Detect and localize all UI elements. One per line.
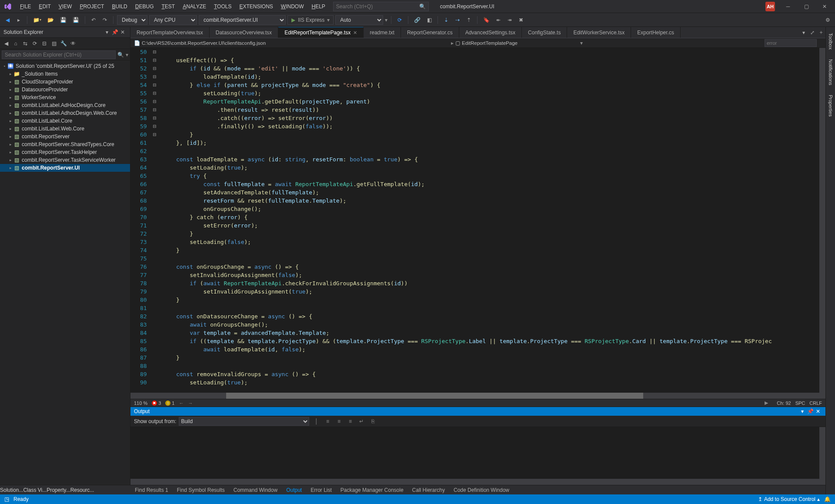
close-button[interactable]: ✕: [816, 0, 833, 13]
editor-tab[interactable]: EditWorkerService.tsx: [567, 27, 631, 38]
nav-next-icon[interactable]: →: [188, 401, 193, 406]
menu-extensions[interactable]: EXTENSIONS: [236, 2, 276, 11]
zoom-level[interactable]: 110 %: [134, 401, 147, 406]
warning-count[interactable]: !1: [165, 401, 174, 406]
menu-tools[interactable]: TOOLS: [210, 2, 235, 11]
startup-project-dropdown[interactable]: combit.ReportServer.UI: [199, 15, 286, 25]
menu-test[interactable]: TEST: [158, 2, 178, 11]
notifications-icon[interactable]: 🔔: [824, 496, 831, 502]
output-vertical-scrollbar[interactable]: [819, 427, 825, 479]
step-over-button[interactable]: ⇢: [453, 15, 462, 25]
panel-close-icon[interactable]: ✕: [119, 29, 127, 35]
tab-fullscreen-icon[interactable]: ⤢: [808, 27, 817, 38]
breadcrumb-path[interactable]: 📄 C:\dev\RS26\combit.ReportServer.UI\cli…: [130, 38, 269, 47]
tree-node[interactable]: ▸▧combit.ReportServer.UI: [0, 164, 130, 172]
tree-node[interactable]: ▸▧combit.ReportServer.TaskHelper: [0, 148, 130, 156]
tree-node[interactable]: ▸▧combit.ReportServer.SharedTypes.Core: [0, 140, 130, 148]
save-button[interactable]: 💾: [58, 15, 69, 25]
output-clear-icon[interactable]: ≡: [346, 417, 354, 426]
nav-back-button[interactable]: ◀: [3, 15, 12, 25]
save-all-button[interactable]: 💾: [70, 15, 81, 25]
tree-node[interactable]: ▸▧WorkerService: [0, 93, 130, 101]
menu-build[interactable]: BUILD: [108, 2, 130, 11]
window-tab[interactable]: Find Results 1: [130, 485, 173, 494]
tab-add-icon[interactable]: ＋: [817, 27, 825, 38]
editor-tab[interactable]: ConfigState.ts: [522, 27, 567, 38]
fold-gutter[interactable]: ⊟⊟ ⊟ ⊟ ⊟ ⊟ ⊟ ⊟ ⊟ ⊟ ⊟: [150, 48, 159, 393]
bookmark-clear-icon[interactable]: ✖: [516, 15, 526, 25]
code-content[interactable]: useEffect(() => { if (id && (mode === 'e…: [159, 48, 819, 393]
se-refresh-button[interactable]: ⟳: [30, 39, 39, 48]
solution-root[interactable]: ▪🛄Solution 'combit.ReportServer.UI' (25 …: [0, 62, 130, 70]
solution-explorer-tree[interactable]: ▪🛄Solution 'combit.ReportServer.UI' (25 …: [0, 60, 130, 488]
se-sync-button[interactable]: ⇆: [21, 39, 30, 48]
output-source-dropdown[interactable]: Build: [179, 417, 309, 426]
menu-project[interactable]: PROJECT: [76, 2, 107, 11]
se-back-button[interactable]: ◀: [2, 39, 10, 48]
editor-tab[interactable]: ReportTemplateOverview.tsx: [130, 27, 210, 38]
menu-view[interactable]: VIEW: [55, 2, 76, 11]
tree-node[interactable]: ▸▧DatasourceProvider: [0, 86, 130, 93]
output-close-icon[interactable]: ✕: [814, 408, 822, 414]
eol-mode[interactable]: CRLF: [809, 401, 822, 406]
tab-overflow-icon[interactable]: ▾: [799, 27, 808, 38]
editor-horizontal-scrollbar[interactable]: [130, 393, 825, 399]
live-share-button[interactable]: ⚙: [823, 15, 832, 25]
bookmark-next-icon[interactable]: ↠: [505, 15, 514, 25]
tree-node[interactable]: ▸📁_Solution Items: [0, 70, 130, 78]
add-source-control-button[interactable]: ↥ Add to Source Control ▴: [758, 496, 820, 502]
se-showall-button[interactable]: ▤: [50, 39, 58, 48]
nav-fwd-button[interactable]: ▸: [14, 15, 23, 25]
menu-edit[interactable]: EDIT: [35, 2, 54, 11]
se-home-button[interactable]: ⌂: [11, 39, 20, 48]
menu-file[interactable]: FILE: [17, 2, 34, 11]
menu-analyze[interactable]: ANALYZE: [179, 2, 210, 11]
next-issue-icon[interactable]: ▶: [765, 400, 768, 406]
editor-tab[interactable]: DatasourceOverview.tsx: [210, 27, 278, 38]
tree-node[interactable]: ▸▧combit.ListLabel.Web.Core: [0, 125, 130, 133]
window-tab[interactable]: Command Window: [229, 485, 282, 494]
tree-node[interactable]: ▸▧combit.ReportServer: [0, 133, 130, 140]
undo-button[interactable]: ↶: [89, 15, 98, 25]
tree-node[interactable]: ▸▧combit.ReportServer.TaskServiceWorker: [0, 156, 130, 164]
window-tab[interactable]: Class Vi...: [23, 487, 47, 493]
bookmark-icon[interactable]: 🔖: [481, 15, 492, 25]
side-tab-properties[interactable]: Properties: [827, 90, 834, 121]
window-tab[interactable]: Code Definition Window: [449, 485, 514, 494]
tab-close-icon[interactable]: ✕: [353, 30, 357, 36]
se-preview-button[interactable]: 👁: [69, 39, 77, 48]
output-horizontal-scrollbar[interactable]: [130, 479, 825, 485]
menu-window[interactable]: WINDOW: [277, 2, 307, 11]
output-wrap-icon[interactable]: ↵: [357, 417, 366, 426]
side-tab-toolbox[interactable]: Toolbox: [827, 29, 834, 54]
editor-tab[interactable]: EditReportTemplatePage.tsx✕: [278, 27, 364, 38]
indent-mode[interactable]: SPC: [795, 401, 805, 406]
new-project-button[interactable]: 📁▾: [31, 15, 43, 25]
window-tab[interactable]: Output: [282, 485, 306, 494]
nav-prev-icon[interactable]: ←: [179, 401, 184, 406]
bookmark-prev-icon[interactable]: ↞: [494, 15, 503, 25]
editor-tab[interactable]: ExportHelper.cs: [631, 27, 681, 38]
refresh-button[interactable]: ⟳: [395, 15, 404, 25]
se-collapse-button[interactable]: ⊟: [40, 39, 49, 48]
window-tab[interactable]: Package Manager Console: [336, 485, 408, 494]
step-into-button[interactable]: ⇣: [441, 15, 451, 25]
window-tab[interactable]: Error List: [306, 485, 336, 494]
output-pin-icon[interactable]: 📌: [806, 408, 814, 414]
tree-node[interactable]: ▸▧combit.ListLabel.Core: [0, 117, 130, 125]
output-goto-icon[interactable]: ≡: [323, 417, 332, 426]
output-dropdown-icon[interactable]: ▾: [798, 408, 806, 414]
tree-node[interactable]: ▸▧combit.ListLabel.AdHocDesign.Core: [0, 101, 130, 109]
output-toggle-icon[interactable]: ⎘: [368, 417, 377, 426]
maximize-button[interactable]: ▢: [798, 0, 815, 13]
window-tab[interactable]: Property...: [47, 487, 70, 493]
output-prev-icon[interactable]: ≡: [334, 417, 343, 426]
tool-icon-1[interactable]: ◧: [424, 15, 434, 25]
redo-button[interactable]: ↷: [100, 15, 110, 25]
output-find-icon[interactable]: │: [312, 417, 321, 426]
minimize-button[interactable]: ─: [779, 0, 797, 13]
open-file-button[interactable]: 📂: [45, 15, 56, 25]
editor-tab[interactable]: readme.txt: [364, 27, 401, 38]
breadcrumb-symbol[interactable]: ▸ ▢ EditReportTemplatePage: [448, 38, 521, 47]
window-tab[interactable]: Find Symbol Results: [173, 485, 229, 494]
